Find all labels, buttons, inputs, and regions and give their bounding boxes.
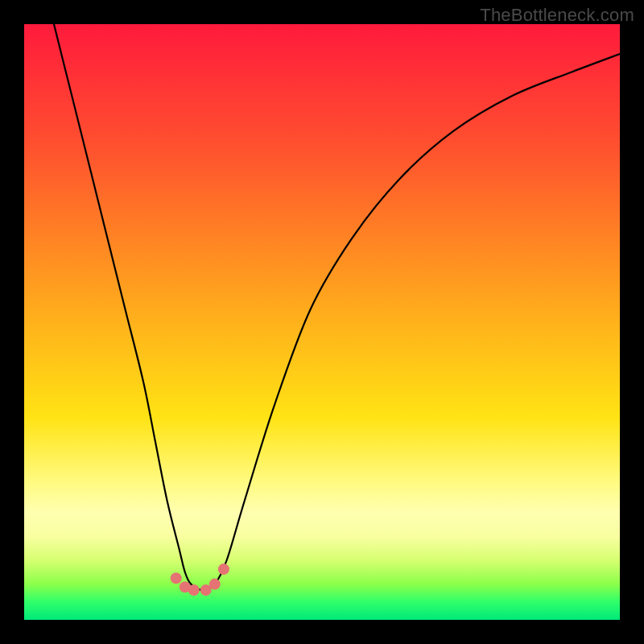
trough-marker	[171, 572, 182, 584]
plot-area	[24, 24, 620, 620]
curve-svg	[24, 24, 620, 620]
chart-frame: TheBottleneck.com	[0, 0, 644, 644]
bottleneck-curve	[54, 24, 620, 590]
watermark-text: TheBottleneck.com	[480, 5, 634, 26]
trough-marker	[188, 584, 200, 596]
trough-marker	[218, 564, 229, 575]
trough-markers	[171, 564, 229, 596]
trough-marker	[209, 579, 221, 590]
